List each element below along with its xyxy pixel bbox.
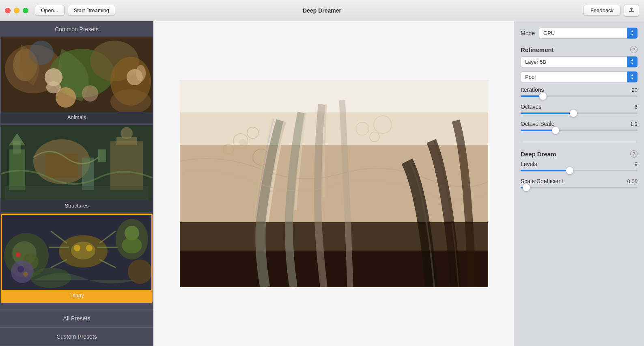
octaves-thumb[interactable] — [570, 110, 577, 117]
deep-dream-header: Deep Dream ? — [521, 150, 638, 158]
share-button[interactable] — [624, 4, 639, 17]
octave-scale-track[interactable] — [521, 130, 638, 131]
octaves-fill — [521, 112, 573, 114]
titlebar-buttons: Open... Start Dreaming — [35, 5, 115, 16]
scale-coefficient-header: Scale Coefficient 0.05 — [521, 178, 638, 184]
svg-point-34 — [71, 242, 95, 260]
svg-point-10 — [82, 85, 98, 102]
sidebar: Common Presets — [0, 21, 153, 346]
svg-point-51 — [16, 252, 21, 257]
octaves-container: Octaves 6 — [521, 104, 638, 114]
svg-point-13 — [46, 81, 61, 93]
svg-rect-28 — [5, 186, 149, 200]
mode-select-wrapper: GPU CPU — [539, 28, 638, 39]
start-dreaming-button[interactable]: Start Dreaming — [68, 5, 115, 16]
titlebar: Open... Start Dreaming Deep Dreamer Feed… — [0, 0, 644, 21]
svg-point-44 — [17, 266, 24, 272]
feedback-button[interactable]: Feedback — [584, 5, 620, 16]
scale-coefficient-container: Scale Coefficient 0.05 — [521, 178, 638, 188]
iterations-track[interactable] — [521, 95, 638, 97]
layer-select[interactable]: Layer 5B Layer 4A Layer 5A Layer 6A — [521, 56, 638, 67]
levels-label: Levels — [521, 161, 537, 167]
svg-point-48 — [122, 237, 142, 253]
pool-select[interactable]: Pool Max Avg — [521, 71, 638, 82]
layer-select-wrapper: Layer 5B Layer 4A Layer 5A Layer 6A — [521, 56, 638, 67]
traffic-lights — [5, 8, 28, 13]
refinement-header: Refinement ? — [521, 46, 638, 53]
image-area — [153, 21, 514, 346]
levels-track[interactable] — [521, 170, 638, 171]
svg-point-42 — [86, 245, 93, 251]
mode-label: Mode — [521, 30, 535, 37]
levels-fill — [521, 170, 570, 171]
titlebar-right: Feedback — [584, 4, 639, 17]
dream-image — [180, 80, 488, 287]
right-panel: Mode GPU CPU Refinement ? Layer 5B Layer… — [514, 21, 644, 346]
preset-label-animals: Animals — [1, 112, 153, 123]
preset-label-trippy: Trippy — [2, 290, 151, 302]
levels-value: 9 — [635, 161, 638, 167]
svg-rect-0 — [629, 11, 634, 12]
svg-rect-25 — [110, 141, 143, 190]
iterations-header: Iterations 20 — [521, 86, 638, 93]
octave-scale-label: Octave Scale — [521, 121, 554, 127]
minimize-button[interactable] — [14, 8, 19, 13]
svg-point-15 — [136, 65, 146, 81]
octaves-label: Octaves — [521, 104, 541, 110]
custom-presets-nav[interactable]: Custom Presets — [0, 328, 153, 346]
maximize-button[interactable] — [23, 8, 28, 13]
scale-coefficient-value: 0.05 — [627, 178, 638, 184]
preset-label-structures: Structures — [1, 200, 153, 212]
svg-point-45 — [23, 272, 28, 277]
close-button[interactable] — [5, 8, 11, 13]
refinement-help-icon[interactable]: ? — [630, 46, 638, 53]
pool-select-wrapper: Pool Max Avg — [521, 71, 638, 82]
svg-rect-24 — [98, 149, 106, 162]
octave-scale-container: Octave Scale 1.3 — [521, 121, 638, 131]
dream-svg — [180, 80, 488, 287]
mode-row: Mode GPU CPU — [521, 28, 638, 39]
svg-rect-17 — [9, 149, 25, 190]
scale-coefficient-label: Scale Coefficient — [521, 178, 563, 184]
preset-item-trippy[interactable]: Trippy — [1, 214, 153, 303]
section-divider — [521, 142, 638, 142]
scale-coefficient-track[interactable] — [521, 187, 638, 188]
sidebar-bottom: All Presets Custom Presets — [0, 309, 153, 346]
refinement-title: Refinement — [521, 46, 554, 53]
octaves-value: 6 — [635, 104, 638, 110]
share-icon — [628, 6, 635, 13]
octave-scale-value: 1.3 — [630, 121, 638, 127]
svg-rect-21 — [45, 154, 78, 178]
iterations-value: 20 — [632, 87, 638, 93]
levels-header: Levels 9 — [521, 161, 638, 167]
app-title: Deep Dreamer — [303, 7, 341, 14]
preset-thumbnail-trippy — [2, 215, 151, 290]
iterations-container: Iterations 20 — [521, 86, 638, 97]
svg-rect-54 — [180, 80, 488, 112]
levels-thumb[interactable] — [566, 167, 573, 174]
iterations-thumb[interactable] — [539, 93, 547, 100]
mode-select[interactable]: GPU CPU — [539, 28, 638, 39]
open-button[interactable]: Open... — [35, 5, 65, 16]
deep-dream-title: Deep Dream — [521, 151, 556, 158]
all-presets-nav[interactable]: All Presets — [0, 309, 153, 328]
svg-point-27 — [121, 127, 133, 139]
preset-thumbnail-animals — [1, 37, 153, 112]
svg-point-58 — [239, 139, 247, 147]
preset-item-structures[interactable]: Structures — [1, 125, 153, 212]
octave-scale-thumb[interactable] — [552, 127, 559, 134]
preset-item-animals[interactable]: Animals — [1, 37, 153, 123]
deep-dream-help-icon[interactable]: ? — [630, 150, 638, 158]
octaves-header: Octaves 6 — [521, 104, 638, 110]
svg-point-41 — [74, 245, 80, 251]
common-presets-title: Common Presets — [0, 21, 153, 37]
scale-coefficient-thumb[interactable] — [523, 184, 530, 191]
octave-scale-fill — [521, 130, 556, 131]
iterations-label: Iterations — [521, 86, 544, 93]
svg-rect-56 — [180, 251, 488, 287]
octave-scale-header: Octave Scale 1.3 — [521, 121, 638, 127]
main-content: Common Presets — [0, 21, 644, 346]
levels-container: Levels 9 — [521, 161, 638, 171]
preset-thumbnail-structures — [1, 125, 153, 200]
octaves-track[interactable] — [521, 112, 638, 114]
